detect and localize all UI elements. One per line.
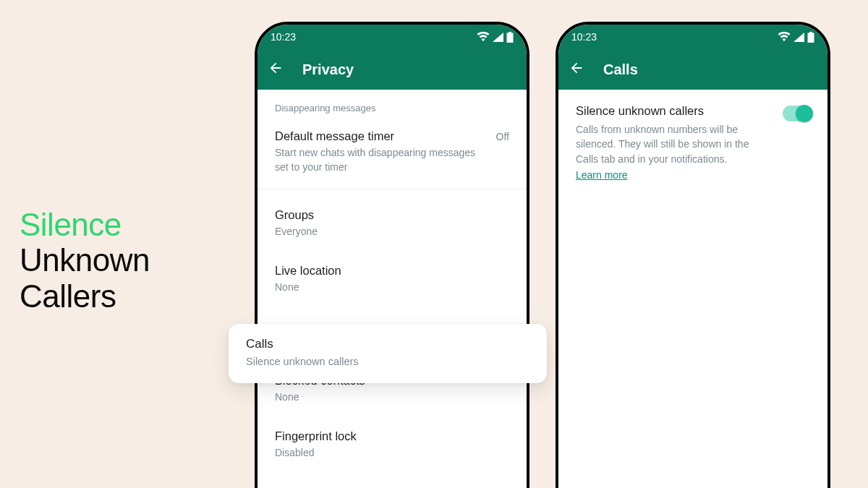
- row-title: Default message timer: [275, 129, 486, 143]
- back-button[interactable]: [569, 60, 584, 79]
- row-groups[interactable]: Groups Everyone: [258, 197, 527, 252]
- arrow-left-icon: [268, 60, 284, 76]
- wifi-icon: [477, 32, 490, 42]
- section-disappearing-messages: Disappearing messages: [258, 90, 527, 121]
- privacy-content: Disappearing messages Default message ti…: [258, 90, 527, 474]
- status-time: 10:23: [271, 31, 296, 43]
- row-title: Groups: [275, 208, 509, 222]
- row-title: Fingerprint lock: [275, 429, 509, 443]
- status-bar: 10:23: [558, 25, 827, 49]
- wifi-icon: [778, 32, 791, 42]
- row-title: Calls: [246, 337, 529, 351]
- back-button[interactable]: [268, 60, 284, 79]
- battery-icon: [506, 32, 514, 43]
- promo-headline: Silence Unknown Callers: [20, 207, 150, 314]
- arrow-left-icon: [569, 60, 584, 76]
- row-title: Live location: [275, 264, 509, 278]
- status-icons: [778, 32, 814, 43]
- battery-icon: [807, 32, 814, 43]
- row-sub: None: [275, 281, 509, 295]
- setting-silence-unknown-callers: Silence unknown callers Calls from unkno…: [558, 90, 827, 195]
- row-sub: Start new chats with disappearing messag…: [275, 146, 486, 174]
- setting-title: Silence unknown callers: [576, 104, 773, 118]
- phone-privacy: 10:23 Privacy Disappearing messages Defa…: [255, 22, 529, 488]
- divider: [258, 189, 527, 189]
- signal-icon: [493, 33, 503, 42]
- row-sub: Disabled: [275, 446, 509, 461]
- silence-unknown-callers-toggle[interactable]: [783, 106, 812, 121]
- learn-more-link[interactable]: Learn more: [576, 168, 628, 182]
- row-fingerprint-lock[interactable]: Fingerprint lock Disabled: [258, 418, 527, 474]
- row-sub: None: [275, 390, 509, 405]
- row-value: Off: [496, 129, 509, 142]
- row-live-location[interactable]: Live location None: [258, 252, 527, 308]
- headline-line-3: Callers: [20, 278, 150, 314]
- row-calls-highlight[interactable]: Calls Silence unknown callers: [229, 324, 547, 383]
- setting-description: Calls from unknown numbers will be silen…: [576, 122, 773, 182]
- app-bar: Privacy: [258, 49, 527, 90]
- row-sub: Silence unknown callers: [246, 354, 529, 369]
- app-bar: Calls: [558, 49, 827, 90]
- row-sub: Everyone: [275, 225, 509, 239]
- headline-line-1: Silence: [20, 207, 150, 242]
- phone-calls: 10:23 Calls Silence unknown callers Call…: [556, 22, 830, 488]
- page-title: Calls: [603, 61, 638, 78]
- status-icons: [477, 32, 514, 43]
- row-default-message-timer[interactable]: Default message timer Start new chats wi…: [258, 121, 527, 184]
- page-title: Privacy: [302, 61, 354, 78]
- status-time: 10:23: [571, 31, 597, 43]
- signal-icon: [793, 33, 804, 42]
- headline-line-2: Unknown: [20, 242, 150, 278]
- status-bar: 10:23: [258, 25, 527, 49]
